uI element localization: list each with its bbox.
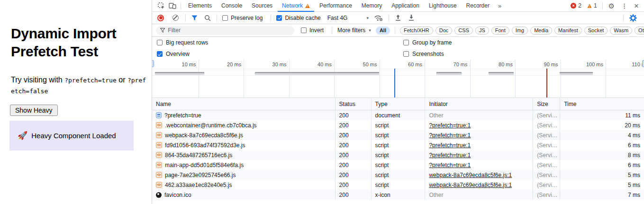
initiator-link[interactable]: ?prefetch=true:1 [429,152,471,159]
filter-pill-other[interactable]: Other [635,27,644,35]
column-header-name[interactable]: Name [152,98,336,110]
size-cell: (Servi… [533,190,560,200]
table-row[interactable]: fd9d1056-693ad74f37592d3e.js200script?pr… [152,140,644,150]
column-header-size[interactable]: Size [533,98,560,110]
page-title: Dynamic Import Prefetch Test [11,25,137,61]
timeline-gridline [380,60,380,98]
dcl-event-marker [394,69,395,98]
tab-lighthouse[interactable]: Lighthouse [424,0,462,12]
error-badge[interactable]: × 2 [571,2,581,9]
request-name: page-7ae23e0925745e66.js [165,172,236,178]
overview-checkbox[interactable] [157,51,163,57]
timeline-tick-label: 10 ms [182,62,196,67]
filter-pill-css[interactable]: CSS [454,27,473,35]
name-cell: page-7ae23e0925745e66.js [152,170,336,180]
search-icon[interactable] [204,15,211,21]
disable-cache-checkbox[interactable] [276,15,282,21]
timeline-tick-label: 40 ms [317,62,332,67]
export-har-icon[interactable] [408,14,415,21]
filter-pill-all[interactable]: All [376,27,390,35]
tab-memory[interactable]: Memory [357,0,387,12]
timeline-left-handle[interactable] [152,60,154,67]
clear-network-log-icon[interactable] [172,15,179,21]
warning-icon [305,4,310,8]
filter-funnel-icon[interactable] [191,15,198,21]
invert-checkbox[interactable] [301,27,307,33]
filter-pill-manifest[interactable]: Manifest [554,27,582,35]
initiator-link[interactable]: ?prefetch=true:1 [429,132,471,139]
tab-application[interactable]: Application [387,0,424,12]
tab-label: Memory [362,2,382,9]
timeline-gridline [334,60,335,98]
initiator-link[interactable]: ?prefetch=true:1 [429,122,471,129]
network-overview-timeline[interactable]: 10 ms20 ms30 ms40 ms50 ms60 ms70 ms80 ms… [152,60,644,98]
table-row[interactable]: main-app-dd5d01d5f584e6fa.js200script?pr… [152,160,644,170]
filter-pill-js[interactable]: JS [475,27,489,35]
table-row[interactable]: page-7ae23e0925745e66.js200scriptwebpack… [152,170,644,180]
initiator-link[interactable]: webpack-8a7c69ecda8c5f6e.js:1 [429,172,512,178]
initiator-link[interactable]: ?prefetch=true:1 [429,142,471,149]
tab-network[interactable]: Network [277,0,315,12]
show-heavy-button[interactable]: Show Heavy [10,105,58,116]
tab-label: Performance [319,2,352,9]
table-row[interactable]: favicon.ico200x-iconOther(Servi…7 ms [152,190,644,200]
type-cell: script [372,140,426,150]
filter-pill-doc[interactable]: Doc [435,27,453,35]
screenshots-checkbox[interactable] [403,51,409,57]
more-tabs-icon[interactable]: » [494,2,505,9]
tab-recorder[interactable]: Recorder [462,0,494,12]
script-icon [156,142,162,148]
device-toolbar-icon[interactable] [167,2,178,9]
filter-pill-img[interactable]: Img [512,27,528,35]
inspect-icon[interactable] [155,2,167,9]
filter-pill-media[interactable]: Media [530,27,552,35]
preserve-log-checkbox[interactable] [222,15,228,21]
column-header-type[interactable]: Type [372,98,426,110]
import-har-icon[interactable] [395,14,401,21]
filter-input[interactable] [168,27,290,34]
type-cell: script [372,120,426,130]
initiator-link[interactable]: webpack-8a7c69ecda8c5f6e.js:1 [429,182,512,188]
settings-gear-icon[interactable]: ⚙ [608,2,615,9]
timeline-tick-label: 80 ms [499,62,513,67]
more-options-icon[interactable]: ⋮ [621,2,627,9]
table-row[interactable]: 462.a33aae1ec82e40e5.js200scriptwebpack-… [152,180,644,190]
group-by-frame-checkbox[interactable] [403,40,409,45]
tab-performance[interactable]: Performance [315,0,357,12]
network-settings-gear-icon[interactable] [629,14,637,22]
tab-elements[interactable]: Elements [183,0,217,12]
table-row[interactable]: .webcontainer@runtime.cb7c0bca.js200scri… [152,120,644,130]
column-header-initiator[interactable]: Initiator [425,98,533,110]
close-devtools-icon[interactable]: × [634,2,639,9]
filter-pill-wasm[interactable]: Wasm [610,27,632,35]
tab-sources[interactable]: Sources [247,0,277,12]
initiator-link[interactable]: ?prefetch=true:1 [429,162,471,169]
timeline-tick-label: 30 ms [272,62,287,67]
overview-activity-bar [489,72,514,73]
big-request-rows-checkbox[interactable] [157,40,163,45]
timeline-right-handle[interactable] [642,60,644,67]
request-name: 864-35da487265716ec6.js [165,152,232,159]
filter-pill-socket[interactable]: Socket [584,27,608,35]
throttling-dropdown[interactable]: Fast 4G ▾ [327,15,369,21]
tab-console[interactable]: Console [217,0,247,12]
column-header-time[interactable]: Time [560,98,644,110]
request-name: 462.a33aae1ec82e40e5.js [165,182,232,188]
divider [181,2,181,9]
network-conditions-icon[interactable] [374,15,383,21]
more-filters-dropdown[interactable]: More filters ▾ [337,27,371,34]
divider [332,27,332,34]
record-network-log-icon[interactable] [157,15,164,21]
size-cell: (Servi… [533,130,560,140]
column-header-status[interactable]: Status [336,98,372,110]
timeline-gridline [561,60,561,98]
table-row[interactable]: 864-35da487265716ec6.js200script?prefetc… [152,150,644,160]
preserve-log-label: Preserve log [231,15,263,21]
page-description: Try visiting with ?prefetch=true or ?pre… [11,74,149,96]
table-row[interactable]: webpack-8a7c69ecda8c5f6e.js200script?pre… [152,130,644,140]
filter-pill-fetch-xhr[interactable]: Fetch/XHR [400,27,433,35]
name-cell: favicon.ico [152,190,336,200]
table-row[interactable]: ?prefetch=true200documentOther(Servi…11 … [152,110,644,120]
warning-badge[interactable]: 1 [587,2,597,9]
filter-pill-font[interactable]: Font [491,27,509,35]
